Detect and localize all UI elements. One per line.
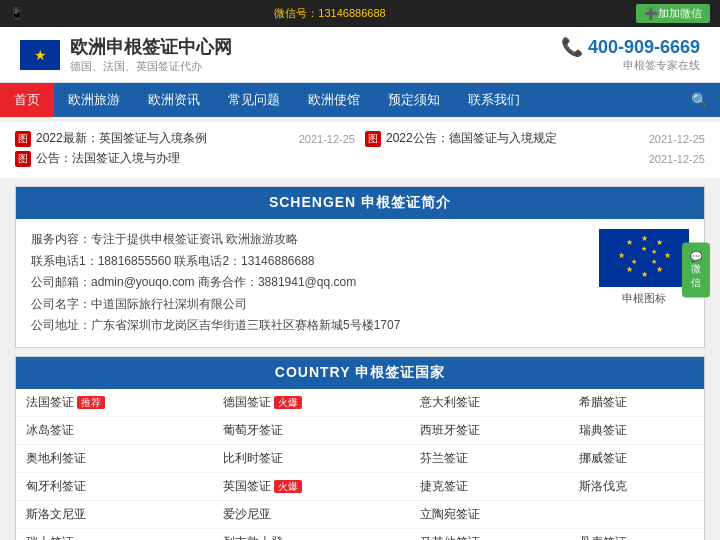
- country-header: COUNTRY 申根签证国家: [16, 357, 704, 389]
- badge-recommended: 推荐: [77, 396, 105, 409]
- svg-text:★: ★: [651, 258, 657, 265]
- country-uk[interactable]: 英国签证火爆: [213, 472, 410, 500]
- top-bar: 📱 微信号：13146886688 ➕加加微信: [0, 0, 720, 27]
- site-subtitle: 德国、法国、英国签证代办: [70, 59, 232, 74]
- top-bar-add-wechat[interactable]: ➕加加微信: [636, 4, 710, 23]
- news-icon-2: 图: [365, 131, 381, 147]
- site-logo: ★: [20, 40, 60, 70]
- intro-line-1: 服务内容：专注于提供申根签证资讯 欧洲旅游攻略: [31, 229, 584, 251]
- country-spain[interactable]: 西班牙签证: [410, 416, 569, 444]
- svg-text:★: ★: [631, 258, 637, 265]
- country-greece[interactable]: 希腊签证: [569, 389, 704, 417]
- top-bar-left-icon: 📱: [10, 7, 24, 20]
- country-slovakia[interactable]: 斯洛伐克: [569, 472, 704, 500]
- news-section: 图 2022最新：英国签证与入境条例 2021-12-25 图 2022公告：德…: [0, 122, 720, 178]
- schengen-intro-text: 服务内容：专注于提供申根签证资讯 欧洲旅游攻略 联系电话1：1881685556…: [31, 229, 584, 337]
- country-denmark[interactable]: 丹麦签证: [569, 528, 704, 540]
- table-row: 奥地利签证 比利时签证 芬兰签证 挪威签证: [16, 444, 704, 472]
- wechat-icon: 💬: [687, 251, 705, 262]
- table-row: 瑞士签证 列支敦士登 马其他签证 丹麦签证: [16, 528, 704, 540]
- schengen-intro-body: 服务内容：专注于提供申根签证资讯 欧洲旅游攻略 联系电话1：1881685556…: [16, 219, 704, 347]
- badge-hot-uk: 火爆: [274, 480, 302, 493]
- flag-caption: 申根图标: [622, 291, 666, 306]
- intro-line-3: 公司邮箱：admin@youqo.com 商务合作：3881941@qq.com: [31, 272, 584, 294]
- eu-flag: ★ ★ ★ ★ ★ ★ ★ ★ ★ ★ ★ ★: [599, 229, 689, 287]
- schengen-intro-header: SCHENGEN 申根签证简介: [16, 187, 704, 219]
- nav-item-travel[interactable]: 欧洲旅游: [54, 83, 134, 117]
- nav-item-booking[interactable]: 预定须知: [374, 83, 454, 117]
- header-title: 欧洲申根签证中心网 德国、法国、英国签证代办: [70, 35, 232, 74]
- news-date-1: 2021-12-25: [299, 133, 355, 145]
- country-czech[interactable]: 捷克签证: [410, 472, 569, 500]
- svg-text:★: ★: [641, 234, 648, 243]
- table-row: 法国签证推荐 德国签证火爆 意大利签证 希腊签证: [16, 389, 704, 417]
- badge-hot-germany: 火爆: [274, 396, 302, 409]
- news-item-3: 图 公告：法国签证入境与办理 2021-12-25: [15, 147, 705, 170]
- country-finland[interactable]: 芬兰签证: [410, 444, 569, 472]
- svg-text:★: ★: [656, 238, 663, 247]
- country-sweden[interactable]: 瑞典签证: [569, 416, 704, 444]
- news-date-2: 2021-12-25: [649, 133, 705, 145]
- eu-flag-container: ★ ★ ★ ★ ★ ★ ★ ★ ★ ★ ★ ★ 申根图标: [599, 229, 689, 337]
- header: ★ 欧洲申根签证中心网 德国、法国、英国签证代办 📞 400-909-6669 …: [0, 27, 720, 83]
- country-slovenia[interactable]: 斯洛文尼亚: [16, 500, 213, 528]
- country-italy[interactable]: 意大利签证: [410, 389, 569, 417]
- intro-line-4: 公司名字：中道国际旅行社深圳有限公司: [31, 294, 584, 316]
- country-austria[interactable]: 奥地利签证: [16, 444, 213, 472]
- news-title-1[interactable]: 2022最新：英国签证与入境条例: [36, 130, 294, 147]
- country-estonia[interactable]: 爱沙尼亚: [213, 500, 410, 528]
- nav-item-faq[interactable]: 常见问题: [214, 83, 294, 117]
- svg-text:★: ★: [651, 248, 657, 255]
- country-lithuania[interactable]: 立陶宛签证: [410, 500, 569, 528]
- svg-text:★: ★: [664, 251, 671, 260]
- table-row: 冰岛签证 葡萄牙签证 西班牙签证 瑞典签证: [16, 416, 704, 444]
- site-name: 欧洲申根签证中心网: [70, 35, 232, 59]
- nav-item-embassy[interactable]: 欧洲使馆: [294, 83, 374, 117]
- country-portugal[interactable]: 葡萄牙签证: [213, 416, 410, 444]
- wechat-label: 微信: [687, 262, 705, 290]
- country-belgium[interactable]: 比利时签证: [213, 444, 410, 472]
- schengen-intro: SCHENGEN 申根签证简介 服务内容：专注于提供申根签证资讯 欧洲旅游攻略 …: [15, 186, 705, 348]
- country-germany[interactable]: 德国签证火爆: [213, 389, 410, 417]
- country-switzerland[interactable]: 瑞士签证: [16, 528, 213, 540]
- svg-text:★: ★: [618, 251, 625, 260]
- country-empty: [569, 500, 704, 528]
- header-left: ★ 欧洲申根签证中心网 德国、法国、英国签证代办: [20, 35, 232, 74]
- float-wechat-button[interactable]: 💬 微信: [682, 243, 710, 298]
- nav-item-contact[interactable]: 联系我们: [454, 83, 534, 117]
- news-item-2: 图 2022公告：德国签证与入境规定 2021-12-25: [365, 130, 705, 147]
- country-section: COUNTRY 申根签证国家 法国签证推荐 德国签证火爆 意大利签证 希腊签证 …: [15, 356, 705, 540]
- news-icon-1: 图: [15, 131, 31, 147]
- search-icon[interactable]: 🔍: [679, 84, 720, 116]
- table-row: 匈牙利签证 英国签证火爆 捷克签证 斯洛伐克: [16, 472, 704, 500]
- svg-text:★: ★: [626, 265, 633, 274]
- news-date-3: 2021-12-25: [649, 153, 705, 165]
- country-iceland[interactable]: 冰岛签证: [16, 416, 213, 444]
- main-nav: 首页 欧洲旅游 欧洲资讯 常见问题 欧洲使馆 预定须知 联系我们 🔍: [0, 83, 720, 117]
- phone-sub: 申根签专家在线: [561, 58, 700, 73]
- svg-text:★: ★: [626, 238, 633, 247]
- phone-number: 📞 400-909-6669: [561, 36, 700, 58]
- news-title-3[interactable]: 公告：法国签证入境与办理: [36, 150, 644, 167]
- country-table: 法国签证推荐 德国签证火爆 意大利签证 希腊签证 冰岛签证 葡萄牙签证 西班牙签…: [16, 389, 704, 540]
- country-norway[interactable]: 挪威签证: [569, 444, 704, 472]
- country-france[interactable]: 法国签证推荐: [16, 389, 213, 417]
- svg-text:★: ★: [34, 47, 47, 63]
- intro-line-2: 联系电话1：18816855560 联系电话2：13146886688: [31, 251, 584, 273]
- nav-item-news[interactable]: 欧洲资讯: [134, 83, 214, 117]
- top-bar-wechat: 微信号：13146886688: [274, 6, 385, 21]
- svg-text:★: ★: [641, 270, 648, 279]
- news-row-double: 图 2022最新：英国签证与入境条例 2021-12-25 图 2022公告：德…: [15, 130, 705, 147]
- phone-icon: 📞: [561, 37, 583, 57]
- nav-item-home[interactable]: 首页: [0, 83, 54, 117]
- news-title-2[interactable]: 2022公告：德国签证与入境规定: [386, 130, 644, 147]
- country-hungary[interactable]: 匈牙利签证: [16, 472, 213, 500]
- table-row: 斯洛文尼亚 爱沙尼亚 立陶宛签证: [16, 500, 704, 528]
- news-item-1: 图 2022最新：英国签证与入境条例 2021-12-25: [15, 130, 355, 147]
- country-liechtenstein[interactable]: 列支敦士登: [213, 528, 410, 540]
- svg-text:★: ★: [641, 245, 647, 252]
- news-icon-3: 图: [15, 151, 31, 167]
- header-right: 📞 400-909-6669 申根签专家在线: [561, 36, 700, 73]
- intro-line-5: 公司地址：广东省深圳市龙岗区吉华街道三联社区赛格新城5号楼1707: [31, 315, 584, 337]
- country-malta[interactable]: 马其他签证: [410, 528, 569, 540]
